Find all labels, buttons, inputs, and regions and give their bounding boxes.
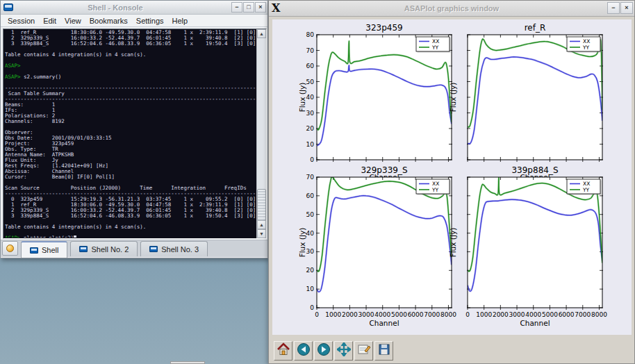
y-axis-label: Flux (Jy): [298, 228, 306, 258]
y-tick-label: 20: [306, 267, 315, 274]
forward-icon: [317, 342, 331, 359]
terminal-line: Channels: 8192: [5, 119, 256, 124]
x-tick-label: 0: [465, 311, 470, 318]
tab-label: Shell No. 2: [91, 245, 129, 254]
scroll-down-icon[interactable]: ▼: [257, 229, 266, 238]
x-tick-label: 4000: [525, 311, 541, 318]
x-axis-label: Channel: [520, 319, 550, 327]
y-tick-label: 80: [306, 31, 315, 38]
terminal-scrollbar[interactable]: ▲ ▲ ▼: [256, 29, 266, 238]
pan-button[interactable]: [334, 341, 353, 361]
x-axis-label: Channel: [369, 319, 399, 327]
subplot-339p884_S: 010002000300040005000600070008000339p884…: [449, 165, 607, 327]
shell-tab[interactable]: Shell No. 2: [70, 241, 138, 256]
x-tick-label: 3000: [358, 311, 374, 318]
subplot-title: 323p459: [365, 23, 402, 33]
menu-item-view[interactable]: View: [60, 16, 85, 26]
x-tick-label: 1000: [476, 311, 492, 318]
save-button[interactable]: [374, 341, 393, 361]
y-tick-label: 0: [310, 156, 314, 163]
konsole-titlebar[interactable]: Shell - Konsole − □ ×: [1, 1, 267, 15]
konsole-menubar: SessionEditViewBookmarksSettingsHelp: [1, 15, 267, 27]
back-icon: [297, 342, 311, 359]
terminal-area[interactable]: 1 ref_R 18:30:06.0 -49.59.30.0 04:47:58 …: [3, 28, 267, 239]
bottom-window-sliver: [170, 361, 205, 364]
shell-tab[interactable]: Shell: [21, 241, 67, 258]
y-axis-label: Flux (Jy): [298, 83, 306, 113]
terminal-line: Cursor: Beam[0] IF[0] Pol[1]: [5, 174, 256, 180]
y-tick-label: 60: [306, 192, 315, 199]
subplot-329p339_S: 0102030405060700100020003000400050006000…: [298, 165, 456, 327]
x-tick-label: 8000: [591, 311, 607, 318]
axes-background: [317, 35, 452, 160]
subplot-title: 339p884_S: [511, 165, 558, 175]
minimize-button[interactable]: −: [231, 2, 242, 13]
new-session-icon: [6, 245, 14, 252]
y-tick-label: 10: [306, 141, 315, 148]
legend-yy-label: YY: [582, 44, 590, 51]
y-tick-label: 50: [306, 211, 315, 218]
forward-button[interactable]: [314, 341, 333, 361]
subplot-323p459: 01020304050607080323p459Flux (Jy)Channel…: [298, 23, 452, 181]
terminal-line: Table contains 4 integration(s) in 4 sca…: [5, 224, 256, 230]
maximize-button[interactable]: □: [243, 2, 254, 13]
minimize-button[interactable]: −: [607, 2, 620, 14]
subplot-title: ref_R: [525, 23, 546, 33]
legend: XXYY: [416, 179, 451, 195]
y-tick-label: 40: [306, 94, 315, 101]
pan-icon: [337, 342, 351, 359]
subplots-icon: [357, 342, 371, 359]
terminal-line: 3 339p884_S 16:52:04.6 -46.08.33.9 06:36…: [5, 213, 256, 219]
y-tick-label: 30: [306, 110, 315, 117]
home-icon: [277, 342, 290, 359]
y-tick-label: 70: [306, 47, 315, 54]
shell-icon: [79, 246, 88, 252]
menu-item-settings[interactable]: Settings: [132, 16, 168, 26]
konsole-window: Shell - Konsole − □ × SessionEditViewBoo…: [0, 0, 268, 258]
back-button[interactable]: [294, 341, 313, 361]
close-button[interactable]: ×: [255, 2, 266, 13]
asaplot-titlebar[interactable]: X ASAPlot graphics window − ×: [269, 1, 634, 17]
axes-background: [468, 177, 602, 308]
menu-item-help[interactable]: Help: [168, 16, 192, 26]
x-tick-label: 7000: [575, 311, 591, 318]
scroll-up2-icon[interactable]: ▲: [257, 220, 266, 229]
konsole-tabbar: ShellShell No. 2Shell No. 3: [1, 240, 267, 257]
y-tick-label: 50: [306, 78, 315, 85]
legend-yy-label: YY: [431, 187, 439, 193]
legend-yy-label: YY: [431, 44, 439, 51]
subplots-button[interactable]: [354, 341, 373, 361]
figure-svg: 01020304050607080323p459Flux (Jy)Channel…: [272, 19, 632, 335]
home-button[interactable]: [274, 341, 292, 361]
axes-background: [468, 35, 602, 160]
y-tick-label: 60: [306, 63, 315, 69]
scroll-up-icon[interactable]: ▲: [257, 29, 266, 38]
scrollbar-slider[interactable]: [257, 189, 266, 221]
shell-tab[interactable]: Shell No. 3: [140, 241, 208, 256]
terminal-text: 1 ref_R 18:30:06.0 -49.59.30.0 04:47:58 …: [5, 30, 256, 238]
close-button[interactable]: ×: [620, 2, 633, 14]
menu-item-edit[interactable]: Edit: [39, 16, 60, 26]
terminal-line: 3 339p884_S 16:52:04.6 -46.08.33.9 06:36…: [5, 41, 256, 47]
menu-item-bookmarks[interactable]: Bookmarks: [85, 16, 132, 26]
menu-item-session[interactable]: Session: [3, 16, 39, 26]
x-tick-label: 5000: [542, 311, 558, 318]
new-session-button[interactable]: [2, 241, 18, 256]
x-tick-label: 6000: [559, 311, 575, 318]
legend-yy-label: YY: [582, 187, 590, 193]
desktop-background: Shell - Konsole − □ × SessionEditViewBoo…: [0, 0, 635, 364]
y-tick-label: 0: [310, 304, 314, 311]
matplotlib-figure[interactable]: 01020304050607080323p459Flux (Jy)Channel…: [272, 19, 632, 335]
terminal-line: ASAP> s2.summary(): [5, 74, 256, 80]
save-icon: [377, 342, 391, 359]
asaplot-window-title: ASAPlot graphics window: [269, 4, 634, 13]
legend: XXYY: [567, 179, 602, 195]
shell-icon: [30, 247, 38, 254]
x-tick-label: 5000: [391, 311, 407, 318]
y-tick-label: 30: [306, 248, 315, 255]
subplot-ref_R: ref_RFlux (Jy)ChannelXXYY: [449, 23, 603, 181]
asaplot-window: X ASAPlot graphics window − × 0102030405…: [268, 0, 635, 364]
legend: XXYY: [416, 37, 451, 53]
x-tick-label: 2000: [493, 311, 509, 318]
y-tick-label: 10: [306, 286, 315, 292]
